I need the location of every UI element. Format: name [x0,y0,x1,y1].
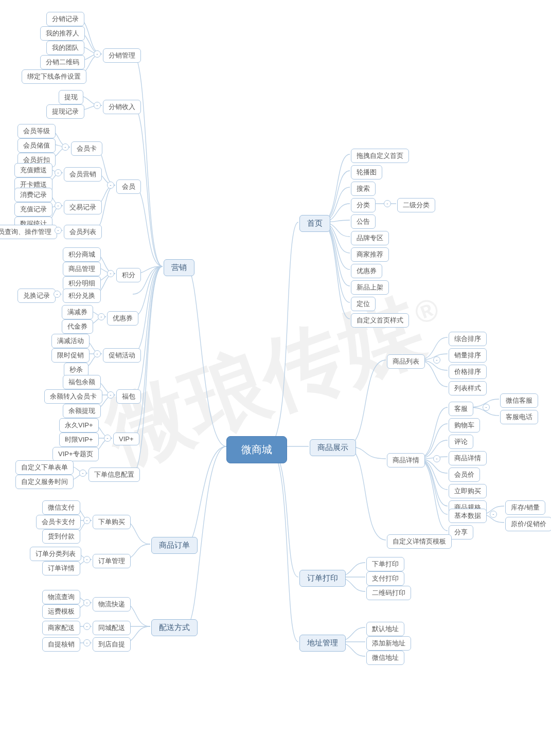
home-loc[interactable]: 定位 [351,297,376,311]
collapse-icon[interactable]: - [107,182,114,189]
print-2[interactable]: 支付打印 [366,571,404,586]
cat-ship[interactable]: 配送方式 [151,619,198,636]
pte1[interactable]: 兑换记录 [17,289,56,303]
detail-pd[interactable]: 商品详情 [449,451,487,465]
order-mgmt[interactable]: 订单管理 [93,554,131,568]
home-drag[interactable]: 拖拽自定义首页 [351,149,409,163]
dm4[interactable]: 分销二维码 [40,55,85,69]
m-card[interactable]: 会员卡 [71,141,102,156]
cat-marketing[interactable]: 营销 [164,259,194,276]
product-tpl[interactable]: 自定义详情页模板 [387,534,452,549]
mc1[interactable]: 会员等级 [17,124,56,138]
mkt-cfg[interactable]: 下单信息配置 [88,467,140,482]
list-sort1[interactable]: 综合排序 [449,332,487,346]
om1[interactable]: 订单分类列表 [30,547,81,561]
cat-home[interactable]: 首页 [299,215,330,232]
om2[interactable]: 订单详情 [42,561,80,575]
mkt-coupon[interactable]: 优惠券 [107,311,138,326]
ml1[interactable]: 会员查询、操作管理 [0,225,57,239]
detail-comment[interactable]: 评论 [449,435,473,449]
di1[interactable]: 提现 [59,90,83,104]
cs-tel[interactable]: 客服电话 [500,410,538,424]
mkt-dist-inc[interactable]: 分销收入 [103,100,141,114]
collapse-icon[interactable]: - [94,350,101,357]
collapse-icon[interactable]: - [98,313,105,320]
list-style[interactable]: 列表样式 [449,381,487,395]
collapse-icon[interactable]: - [94,50,101,58]
cat-print[interactable]: 订单打印 [299,570,346,587]
pr1[interactable]: 满减活动 [51,334,90,348]
collapse-icon[interactable]: - [384,200,391,207]
mkt-promo[interactable]: 促销活动 [103,348,141,363]
dm5[interactable]: 绑定下线条件设置 [22,69,86,84]
home-style[interactable]: 自定义首页样式 [351,313,409,328]
detail-vip[interactable]: 会员价 [449,467,480,482]
product-list[interactable]: 商品列表 [387,354,425,369]
home-search[interactable]: 搜索 [351,182,376,196]
base-stock[interactable]: 库存/销量 [505,500,545,515]
e1[interactable]: 物流查询 [42,590,80,604]
home-category[interactable]: 分类 [351,198,376,212]
cat-addr[interactable]: 地址管理 [299,635,346,652]
detail-base[interactable]: 基本数据 [449,509,487,523]
mkt-dist-mgmt[interactable]: 分销管理 [103,48,141,63]
home-new[interactable]: 新品上架 [351,280,389,295]
mkt-vip[interactable]: VIP+ [113,433,139,445]
pt1[interactable]: 积分商城 [63,247,101,262]
c2[interactable]: 代金券 [62,319,93,334]
addr-2[interactable]: 添加新地址 [366,636,411,651]
home-coupon[interactable]: 优惠券 [351,264,382,278]
detail-share[interactable]: 分享 [449,525,473,539]
collapse-icon[interactable]: - [483,404,490,411]
b1[interactable]: 微信支付 [42,500,80,515]
collapse-icon[interactable]: - [107,391,114,399]
product-detail[interactable]: 商品详情 [387,453,425,467]
w2[interactable]: 余额转入会员卡 [44,389,102,404]
cf2[interactable]: 自定义服务时间 [15,475,74,489]
dm3[interactable]: 我的团队 [46,41,84,55]
b3[interactable]: 货到付款 [42,529,80,544]
list-sort3[interactable]: 价格排序 [449,365,487,379]
collapse-icon[interactable]: - [62,143,69,151]
mkt-points[interactable]: 积分 [116,268,141,282]
detail-cart[interactable]: 购物车 [449,418,480,433]
ship-self[interactable]: 到店自提 [93,637,131,652]
collapse-icon[interactable]: - [55,169,62,176]
collapse-icon[interactable]: - [94,102,101,109]
ship-city[interactable]: 同城配送 [93,621,131,635]
order-buy[interactable]: 下单购买 [93,515,131,529]
home-rec[interactable]: 商家推荐 [351,247,389,262]
dm1[interactable]: 分销记录 [46,12,84,26]
c1[interactable]: 满减券 [62,305,93,319]
di2[interactable]: 提现记录 [46,104,84,119]
b2[interactable]: 会员卡支付 [36,515,81,529]
mkt-wallet[interactable]: 福包 [116,389,141,404]
home-notice[interactable]: 公告 [351,214,376,229]
cat-order[interactable]: 商品订单 [151,537,198,554]
root-node[interactable]: 微商城 [226,436,287,463]
m-mkt[interactable]: 会员营销 [64,167,102,182]
v2[interactable]: 时限VIP+ [59,433,99,447]
w1[interactable]: 福包余额 [63,375,101,389]
mt1[interactable]: 消费记录 [14,188,52,202]
mkt-member[interactable]: 会员 [116,179,141,194]
collapse-icon[interactable]: - [433,455,440,462]
print-1[interactable]: 下单打印 [366,557,404,571]
home-brand[interactable]: 品牌专区 [351,231,389,245]
cat-product[interactable]: 商品展示 [310,439,356,456]
collapse-icon[interactable]: - [490,511,497,518]
collapse-icon[interactable]: - [83,639,91,646]
w3[interactable]: 余额提现 [63,404,101,418]
base-price[interactable]: 原价/促销价 [505,517,551,531]
collapse-icon[interactable]: - [83,599,91,606]
dm2[interactable]: 我的推荐人 [40,26,85,41]
collapse-icon[interactable]: - [83,556,91,563]
collapse-icon[interactable]: - [83,623,91,630]
home-carousel[interactable]: 轮播图 [351,165,382,179]
collapse-icon[interactable]: - [55,227,62,234]
s1[interactable]: 自提核销 [42,637,80,652]
mm1[interactable]: 充值赠送 [14,163,52,177]
v1[interactable]: 永久VIP+ [59,418,99,433]
mc2[interactable]: 会员储值 [17,138,56,153]
collapse-icon[interactable]: - [83,517,91,524]
